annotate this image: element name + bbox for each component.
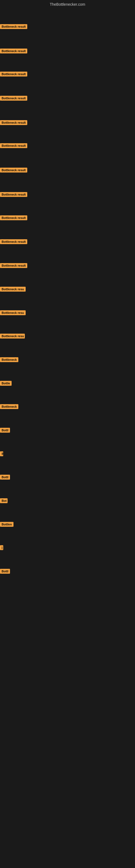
bottleneck-badge: Bottle (0, 381, 12, 386)
bottleneck-badge: Bottleneck result (0, 167, 27, 173)
bottleneck-badge: Bottleneck result (0, 239, 27, 244)
bottleneck-badge: Bottleneck (0, 357, 18, 362)
bottleneck-badge: Bottleneck result (0, 96, 27, 101)
bottleneck-badge: Bottleneck resu (0, 310, 26, 315)
bottleneck-badge: Bot (0, 498, 8, 503)
bottleneck-badge: Bottl (0, 475, 10, 479)
bottleneck-badge: Bottleneck result (0, 215, 27, 220)
bottleneck-badge: Bottleneck result (0, 120, 27, 125)
bottleneck-badge: Bottleneck resu (0, 287, 26, 291)
bottleneck-badge: Bottl (0, 428, 10, 433)
bottleneck-badge: Bottleneck (0, 404, 18, 409)
bottleneck-badge: Bottleneck result (0, 143, 27, 148)
bottleneck-badge: Bottleneck result (0, 49, 27, 54)
bottleneck-badge: | (0, 545, 3, 550)
bottleneck-badge: Bottleneck resu (0, 334, 25, 339)
bottleneck-badge: Bottlen (0, 522, 13, 527)
bottleneck-badge: Bottleneck result (0, 24, 27, 29)
site-title: TheBottlenecker.com (0, 0, 135, 9)
bottleneck-badge: B (0, 452, 3, 456)
bottleneck-badge: Bottl (0, 569, 10, 574)
bottleneck-badge: Bottleneck result (0, 192, 27, 197)
bottleneck-badge: Bottleneck result (0, 72, 27, 76)
bottleneck-badge: Bottleneck result (0, 263, 27, 268)
